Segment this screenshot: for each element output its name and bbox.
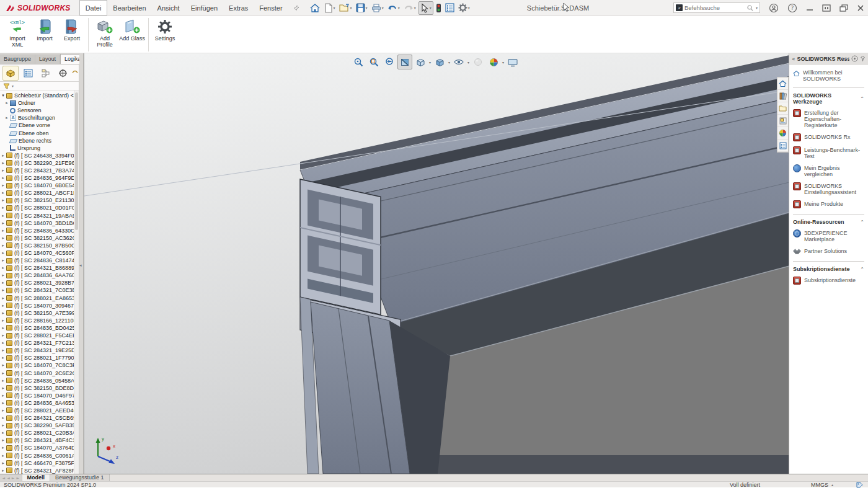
- restore-button[interactable]: [822, 4, 831, 12]
- expand-arrow-icon[interactable]: [0, 459, 6, 467]
- tree-item-part[interactable]: (f) [ SC 284321_C5CB69E3-3487-: [0, 414, 74, 422]
- graphics-viewport[interactable]: ▾ ▾ ▾ ▾ y x z: [84, 53, 789, 474]
- tree-root[interactable]: Schiebetür (Standard) <Anzeigestat: [0, 92, 74, 99]
- print-button[interactable]: ▾: [370, 2, 385, 14]
- view-palette-tab[interactable]: [777, 115, 788, 127]
- expand-arrow-icon[interactable]: [0, 414, 6, 422]
- tree-item-part[interactable]: (f) [ SC 382290_21FE9674-CD68-: [0, 159, 74, 167]
- expand-arrow-icon[interactable]: [0, 167, 6, 174]
- expand-arrow-icon[interactable]: [0, 92, 6, 99]
- tree-item-part[interactable]: (f) [ SC 288021_F5C4EB64-EF9A-: [0, 332, 74, 339]
- expand-arrow-icon[interactable]: [0, 317, 6, 324]
- section-view-button[interactable]: [397, 55, 412, 69]
- appearances-scenes-tab[interactable]: [777, 127, 788, 140]
- tree-item-ordner[interactable]: Ordner: [0, 99, 74, 107]
- expand-arrow-icon[interactable]: [0, 182, 6, 189]
- minimize-button[interactable]: [806, 4, 813, 12]
- expand-arrow-icon[interactable]: [0, 152, 6, 159]
- expand-arrow-icon[interactable]: [0, 467, 6, 474]
- view-orientation-caret-icon[interactable]: ▾: [429, 60, 431, 64]
- expand-arrow-icon[interactable]: [0, 272, 6, 279]
- expand-arrow-icon[interactable]: [0, 392, 6, 399]
- tree-item-part[interactable]: (f) [ SC 382150_E2113072-2B9B~: [0, 197, 74, 204]
- tree-item-part[interactable]: (f) [ SC 184070_6B0E5438-EB45~: [0, 182, 74, 189]
- tree-scrollbar[interactable]: [74, 91, 79, 474]
- select-tool-button[interactable]: ▾: [418, 1, 433, 15]
- tree-item-part[interactable]: (f) [ SC 382290_5AFB35B2-F55A: [0, 422, 74, 429]
- zoom-to-fit-button[interactable]: [351, 55, 366, 69]
- expand-arrow-icon[interactable]: [0, 295, 6, 302]
- tag-button[interactable]: [854, 482, 864, 488]
- expand-arrow-icon[interactable]: [0, 377, 6, 384]
- expand-arrow-icon[interactable]: [0, 204, 6, 211]
- expand-arrow-icon[interactable]: [0, 370, 6, 377]
- collapse-chevron-icon[interactable]: ⌃: [860, 267, 864, 272]
- add-profile-button[interactable]: Add Profile: [91, 17, 118, 48]
- add-glass-button[interactable]: Add Glass: [118, 17, 146, 42]
- expand-arrow-icon[interactable]: [0, 227, 6, 234]
- expand-arrow-icon[interactable]: [0, 234, 6, 242]
- tree-item-part[interactable]: (f) [ SC 382150_AC362CA9-B1E4: [0, 234, 74, 242]
- tree-item-part[interactable]: (f) [ SC 284836_64330C8D-6824-: [0, 227, 74, 234]
- hide-show-items-button[interactable]: [451, 55, 466, 69]
- tree-item-part[interactable]: (f) [ SC 184070_4C560F46-4A4F-: [0, 249, 74, 257]
- account-button[interactable]: [769, 3, 779, 13]
- expand-arrow-icon[interactable]: [0, 324, 6, 332]
- rebuild-traffic-light-button[interactable]: [435, 2, 443, 14]
- scrollbar-thumb[interactable]: [75, 92, 78, 230]
- apply-scene-button[interactable]: [486, 55, 501, 69]
- tree-item-part[interactable]: (f) [ SC 284836_6AA760F1-E319-: [0, 272, 74, 279]
- import-xml-button[interactable]: <xml> Import XML: [4, 17, 31, 48]
- expand-arrow-icon[interactable]: [0, 332, 6, 339]
- expand-arrow-icon[interactable]: [0, 212, 6, 220]
- edit-appearance-button[interactable]: [471, 55, 485, 69]
- expand-arrow-icon[interactable]: [0, 286, 6, 294]
- viewport-3d-model[interactable]: [84, 53, 789, 474]
- display-style-caret-icon[interactable]: ▾: [448, 60, 450, 64]
- tree-item-part[interactable]: (f) [ SC 284321_4BF4C1D9-5EA9: [0, 437, 74, 444]
- filter-funnel-icon[interactable]: [3, 83, 10, 89]
- redo-button[interactable]: ▾: [402, 2, 417, 14]
- tree-item-part[interactable]: (f) [ SC 288166_12211086-6DE2~: [0, 317, 74, 324]
- tree-item-part[interactable]: (f) [ SC 284836_05458AE0-B4F5-: [0, 377, 74, 384]
- propertymanager-tab[interactable]: [20, 66, 36, 81]
- file-explorer-tab[interactable]: [777, 102, 788, 115]
- view-orientation-button[interactable]: [413, 55, 428, 69]
- menu-fenster[interactable]: Fenster: [254, 0, 288, 16]
- tree-item-part[interactable]: (f) [ SC 284321_7B3A7433-CAB3: [0, 167, 74, 174]
- resources-home-tab[interactable]: [777, 78, 788, 90]
- tree-item-part[interactable]: (f) [ SC 184070_2C6E2CFC-E901: [0, 369, 74, 376]
- collapse-chevron-icon[interactable]: ⌃: [860, 220, 864, 225]
- expand-arrow-icon[interactable]: [0, 362, 6, 369]
- options-gear-button[interactable]: ▾: [457, 2, 471, 14]
- tree-item-part[interactable]: (f) [ SC 288021_AEED4602-5E00-: [0, 407, 74, 414]
- tree-item-sensoren[interactable]: Sensoren: [0, 107, 74, 114]
- view-settings-button[interactable]: [505, 55, 520, 69]
- tab-bewegungsstudie[interactable]: Bewegungsstudie 1: [50, 474, 110, 481]
- resource-link[interactable]: SOLIDWORKS Rx: [793, 134, 864, 141]
- displaymanager-tab-partial[interactable]: [72, 66, 78, 81]
- expand-arrow-icon[interactable]: [0, 347, 6, 354]
- tree-item-part[interactable]: (f) [ SC 288021_EA865315-DA4D: [0, 295, 74, 302]
- tree-item-part[interactable]: (f) [ SC 284321_7C0E3E8B-9F41-: [0, 286, 74, 294]
- resource-link[interactable]: 3DEXPERIENCE Marketplace: [793, 230, 864, 242]
- tree-item-part[interactable]: (f) [ SC 184070_D46F9757-F076-: [0, 392, 74, 399]
- home-button[interactable]: [308, 2, 322, 14]
- tree-item-part[interactable]: (f) [ SC 284321_B86889A8-F467-: [0, 264, 74, 272]
- help-button[interactable]: ?: [787, 3, 797, 13]
- import-button[interactable]: Import: [31, 17, 58, 42]
- cascade-windows-button[interactable]: [839, 4, 848, 12]
- export-button[interactable]: Export: [58, 17, 86, 42]
- expand-arrow-icon[interactable]: [0, 354, 6, 362]
- resource-link[interactable]: Leistungs-Benchmark-Test: [793, 147, 864, 159]
- tree-item-part[interactable]: (f) [ SC 382150_87B50CEA-905B-: [0, 242, 74, 249]
- section-werkzeuge-header[interactable]: SOLIDWORKS Werkzeuge ⌃: [793, 92, 864, 105]
- apply-scene-caret-icon[interactable]: ▾: [502, 60, 504, 64]
- expand-arrow-icon[interactable]: [0, 242, 6, 249]
- tree-item-part[interactable]: (f) [ SC 288021_ABCF1E6C-CB32: [0, 189, 74, 197]
- pin-pane-icon[interactable]: [860, 55, 866, 62]
- expand-arrow-icon[interactable]: [4, 114, 10, 122]
- collapse-chevron-icon[interactable]: ⌃: [860, 96, 864, 102]
- previous-view-button[interactable]: [382, 55, 397, 69]
- tree-item-part[interactable]: (f) [ SC 288021_0D01F03D-6DC3: [0, 204, 74, 211]
